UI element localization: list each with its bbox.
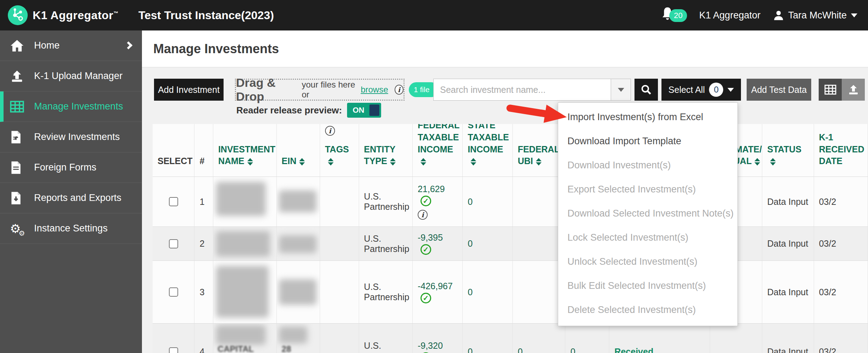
sort-icon[interactable]: [299, 158, 305, 166]
investment-name-redacted: [213, 227, 277, 260]
row-checkbox[interactable]: [169, 239, 178, 248]
col-investment-name[interactable]: INVESTMENT NAME: [213, 124, 277, 176]
k1-date-cell: 03/2: [814, 261, 868, 323]
col-ein[interactable]: EIN: [277, 124, 320, 176]
col-federal-taxable-income[interactable]: FEDERAL TAXABLE INCOME: [413, 124, 463, 176]
sort-icon[interactable]: [770, 158, 776, 166]
state-taxable-income-cell: 0: [463, 261, 513, 323]
col-num: #: [199, 155, 204, 167]
home-icon: [10, 39, 26, 53]
table-grid-icon: [10, 100, 26, 114]
grid-view-button[interactable]: [819, 79, 842, 101]
investment-name-redacted: [213, 177, 277, 226]
sidebar-item-review-investments[interactable]: Review Investments: [0, 122, 142, 152]
row-checkbox[interactable]: [169, 347, 178, 353]
chevron-down-icon: [851, 13, 857, 17]
info-icon[interactable]: i: [325, 126, 335, 136]
upload-view-button[interactable]: [842, 79, 865, 101]
search-button[interactable]: [634, 79, 658, 101]
federal-taxable-income-cell: -426,967✓: [413, 261, 463, 323]
row-number: 3: [194, 261, 213, 323]
document-download-icon: [10, 191, 26, 205]
row-checkbox[interactable]: [169, 287, 178, 297]
info-icon[interactable]: i: [418, 210, 428, 220]
status-cell: Data Input: [762, 177, 814, 226]
sidebar-item-label: Instance Settings: [34, 223, 108, 234]
search-input[interactable]: [434, 79, 611, 100]
federal-ubi-cell: 0: [513, 324, 566, 353]
table-grid-icon: [824, 84, 836, 95]
sort-icon[interactable]: [421, 158, 426, 166]
select-all-dropdown-button[interactable]: Select All 0: [661, 79, 741, 101]
user-menu[interactable]: Tara McWhite: [773, 10, 857, 21]
search-dropdown-toggle[interactable]: [611, 79, 631, 100]
sort-icon[interactable]: [754, 158, 760, 166]
menu-item-import-from-excel[interactable]: Import Investment(s) from Excel: [558, 105, 737, 129]
ein-redacted: [277, 227, 320, 260]
selected-count-badge: 0: [709, 83, 723, 97]
title-band: Manage Investments: [142, 30, 868, 67]
upload-icon: [10, 69, 26, 83]
sidebar-item-foreign-forms[interactable]: Foreign Forms: [0, 152, 142, 183]
dropzone-title: Drag & Drop: [236, 76, 299, 103]
actions-dropdown-menu: Import Investment(s) from Excel Download…: [558, 102, 738, 326]
chevron-down-icon: [618, 88, 624, 92]
table-row: 4 CAPITAL 28 U.S. -9,320✓ 0 0 0 Received: [153, 324, 868, 353]
ein-redacted: [277, 177, 320, 226]
entity-type-cell: U.S. Partnership: [359, 227, 413, 260]
table-row: 3 U.S. Partnership -426,967✓ 0 Data Inpu…: [153, 261, 868, 324]
select-all-label: Select All: [669, 85, 705, 95]
sort-icon[interactable]: [471, 158, 476, 166]
federal-taxable-income-cell: -9,395✓: [413, 227, 463, 260]
menu-item-export-selected: Export Selected Investment(s): [558, 177, 737, 201]
sort-icon[interactable]: [390, 158, 396, 166]
menu-item-download-selected-notes: Download Selected Investment Note(s): [558, 201, 737, 225]
menu-item-download-import-template[interactable]: Download Import Template: [558, 129, 737, 153]
topbar-right: 20 K1 Aggregator Tara McWhite: [661, 0, 857, 30]
col-status[interactable]: STATUS: [762, 124, 814, 176]
reader-release-toggle[interactable]: ON: [347, 103, 381, 118]
browse-link[interactable]: browse: [361, 85, 388, 95]
user-name: Tara McWhite: [788, 10, 847, 21]
tags-cell: [320, 227, 359, 260]
sort-icon[interactable]: [247, 158, 253, 166]
sidebar-item-label: K-1 Upload Manager: [34, 71, 122, 82]
search-icon: [641, 84, 652, 95]
sort-icon[interactable]: [536, 158, 542, 166]
sort-icon[interactable]: [328, 158, 334, 166]
info-icon[interactable]: i: [395, 85, 403, 95]
sidebar-item-k1-upload-manager[interactable]: K-1 Upload Manager: [0, 61, 142, 91]
tags-cell: [320, 177, 359, 226]
col-entity-type[interactable]: ENTITY TYPE: [359, 124, 413, 176]
ein-redacted: 28: [277, 324, 320, 353]
investment-name-redacted: CAPITAL: [213, 324, 277, 353]
menu-item-unlock-selected: Unlock Selected Investment(s): [558, 250, 737, 274]
verified-check-icon: ✓: [421, 196, 431, 206]
sidebar-item-reports-and-exports[interactable]: Reports and Exports: [0, 183, 142, 213]
reader-release-row: Reader release preview: ON: [236, 103, 381, 118]
status-cell: Data Input: [762, 261, 814, 323]
add-test-data-button[interactable]: Add Test Data: [747, 79, 811, 101]
add-investment-button[interactable]: Add Investment: [154, 79, 224, 101]
row-number: 2: [194, 227, 213, 260]
tags-cell: [320, 324, 359, 353]
entity-type-cell: U.S. Partnership: [359, 261, 413, 323]
sidebar-item-label: Manage Investments: [34, 101, 123, 112]
file-dropzone[interactable]: Drag & Drop your files here or browse i: [235, 79, 405, 101]
col-tags[interactable]: i TAGS: [320, 124, 359, 176]
row-number: 1: [194, 177, 213, 226]
sidebar-item-home[interactable]: Home: [0, 30, 142, 61]
state-taxable-income-cell: 0: [463, 177, 513, 226]
row-checkbox[interactable]: [169, 197, 178, 206]
state-taxable-income-cell: 0: [463, 227, 513, 260]
chevron-right-icon: [125, 41, 133, 50]
notifications-button[interactable]: 20: [661, 6, 686, 24]
trademark: ™: [114, 10, 119, 16]
chevron-down-icon: [727, 88, 734, 92]
sidebar-item-instance-settings[interactable]: ⚙⚙ Instance Settings: [0, 213, 142, 244]
col-state-taxable-income[interactable]: STATE TAXABLE INCOME: [463, 124, 513, 176]
table-row: 1 U.S. Partnership 21,629✓ i 0 Data Inpu…: [153, 177, 868, 227]
col-k1-received-date[interactable]: K-1 RECEIVED DATE: [814, 124, 868, 176]
sidebar-item-manage-investments[interactable]: Manage Investments: [0, 91, 142, 122]
red-annotation-arrow: [503, 101, 578, 125]
